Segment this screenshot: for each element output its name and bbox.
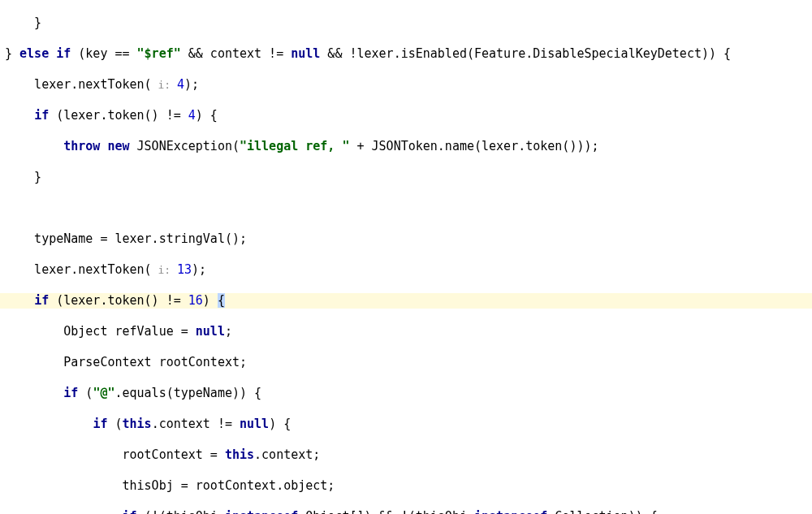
inlay-hint: i: <box>152 264 177 276</box>
inlay-hint: i: <box>152 79 177 91</box>
code-line: } else if (key == "$ref" && context != n… <box>0 46 812 62</box>
code-line-highlighted: if (lexer.token() != 16) { <box>0 293 812 309</box>
code-line: throw new JSONException("illegal ref, " … <box>0 139 812 154</box>
code-line: typeName = lexer.stringVal(); <box>0 231 812 247</box>
code-line <box>0 201 812 216</box>
code-editor[interactable]: } } else if (key == "$ref" && context !=… <box>0 0 812 514</box>
code-line: if (this.context != null) { <box>0 417 812 432</box>
code-line: if ("@".equals(typeName)) { <box>0 386 812 401</box>
code-line: } <box>0 15 812 31</box>
code-line: if (!(thisObj instanceof Object[]) && !(… <box>0 509 812 514</box>
caret-brace: { <box>218 293 225 308</box>
code-line: if (lexer.token() != 4) { <box>0 108 812 123</box>
code-line: Object refValue = null; <box>0 324 812 339</box>
code-line: rootContext = this.context; <box>0 447 812 463</box>
code-line: ParseContext rootContext; <box>0 355 812 370</box>
code-line: thisObj = rootContext.object; <box>0 478 812 494</box>
code-line: lexer.nextToken( i: 4); <box>0 77 812 93</box>
code-line: lexer.nextToken( i: 13); <box>0 262 812 278</box>
code-line: } <box>0 170 812 185</box>
